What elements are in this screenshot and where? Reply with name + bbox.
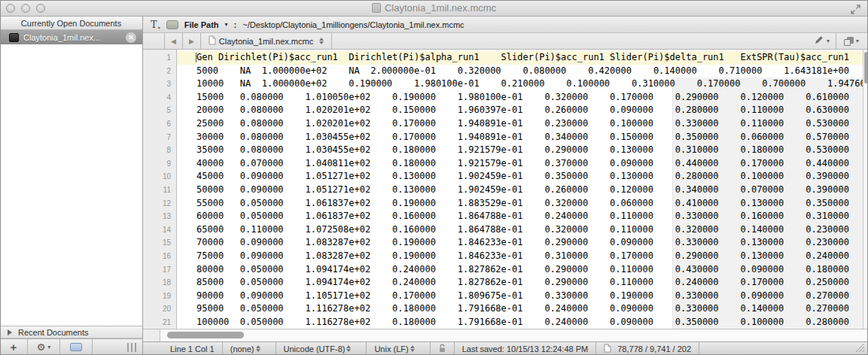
window-title: Claytonia_1mil.nex.mcmc xyxy=(385,2,496,14)
zoom-window-button[interactable] xyxy=(36,4,45,13)
sidebar-empty-area xyxy=(0,44,142,326)
back-button[interactable]: ◀ xyxy=(165,38,182,45)
navbar-divider xyxy=(200,33,201,49)
cursor-position: Line 1 Col 1 xyxy=(170,344,215,353)
code-text[interactable]: Gen Dirichlet(Pi)$acc_run1 Dirichlet(Pi)… xyxy=(177,50,863,329)
status-divider xyxy=(366,342,367,355)
split-documents-icon[interactable] xyxy=(844,37,854,46)
current-document-name[interactable]: Claytonia_1mil.nex.mcmc xyxy=(219,37,313,46)
file-path-separator: : xyxy=(234,20,237,29)
open-documents-header: Currently Open Documents xyxy=(0,17,142,30)
window-resize-grip[interactable] xyxy=(855,343,865,354)
text-tool-icon: T xyxy=(151,19,157,30)
status-divider xyxy=(595,342,596,355)
horizontal-scrollbar-thumb[interactable] xyxy=(167,332,244,338)
close-window-button[interactable] xyxy=(6,4,15,13)
status-bar: Line 1 Col 1 (none) Unicode (UTF-8) Unix… xyxy=(143,341,868,355)
disclosure-triangle-icon[interactable] xyxy=(8,329,12,335)
open-document-item[interactable]: Claytonia_1mil.nex... ✕ xyxy=(0,30,142,44)
fullscreen-expand-icon[interactable] xyxy=(851,4,860,17)
lock-icon[interactable] xyxy=(438,344,446,354)
document-stepper[interactable] xyxy=(319,38,324,44)
vertical-scrollbar-thumb[interactable] xyxy=(864,52,868,83)
title-bar: Claytonia_1mil.nex.mcmc xyxy=(0,0,868,17)
chevron-down-icon: ▾ xyxy=(158,25,160,30)
encoding-menu[interactable]: Unicode (UTF-8) xyxy=(284,344,346,353)
open-documents-header-label: Currently Open Documents xyxy=(21,19,121,28)
navbar-divider xyxy=(331,33,332,49)
status-divider xyxy=(454,342,455,355)
file-proxy-icon[interactable] xyxy=(166,20,178,29)
scrollbar-corner-box xyxy=(143,329,160,341)
documents-sidebar: Currently Open Documents Claytonia_1mil.… xyxy=(0,17,143,355)
sidebar-resize-grip[interactable] xyxy=(127,343,136,352)
toolbar-divider xyxy=(92,339,93,355)
chevron-down-icon[interactable]: ▾ xyxy=(856,38,859,44)
forward-button[interactable]: ▶ xyxy=(183,38,200,45)
recent-documents-label: Recent Documents xyxy=(18,328,89,337)
minimize-window-button[interactable] xyxy=(21,4,30,13)
open-document-label: Claytonia_1mil.nex... xyxy=(23,33,100,42)
language-menu[interactable]: (none) xyxy=(230,344,254,353)
chevron-down-icon[interactable]: ▾ xyxy=(827,38,830,44)
line-number-gutter: 1 2 3 4 5 6 7 8 9 10 11 12 13 14 15 16 1… xyxy=(143,50,177,329)
status-divider xyxy=(276,342,276,355)
document-proxy-icon xyxy=(372,3,381,13)
file-path-label: File Path xyxy=(184,20,219,29)
file-path-chevron-icon[interactable]: ▾ xyxy=(225,21,228,28)
status-divider xyxy=(222,342,223,355)
char-word-line-counts: 78,778 / 9,741 / 202 xyxy=(617,344,691,353)
chevron-down-icon: ▾ xyxy=(47,344,50,350)
gear-menu-button[interactable]: ⚙ ▾ xyxy=(28,339,59,355)
vertical-scrollbar[interactable] xyxy=(863,50,868,329)
document-icon xyxy=(9,33,19,42)
encoding-stepper[interactable] xyxy=(346,345,351,352)
text-options-button[interactable]: T ▾ xyxy=(151,19,160,30)
document-nav-bar: ◀ ▶ Claytonia_1mil.nex.mcmc ▾ ▾ xyxy=(143,33,868,50)
navbar-right-controls: ▾ ▾ xyxy=(814,33,868,49)
file-path-value: ~/Desktop/Claytonia_1milliongens/Clayton… xyxy=(242,20,464,29)
last-saved-text: Last saved: 10/15/13 12:24:48 PM xyxy=(462,344,589,353)
status-divider xyxy=(699,342,699,355)
window-title-group: Claytonia_1mil.nex.mcmc xyxy=(372,2,496,14)
close-document-icon[interactable]: ✕ xyxy=(126,32,136,43)
recent-documents-header[interactable]: Recent Documents xyxy=(0,326,142,338)
language-stepper[interactable] xyxy=(256,345,260,352)
line-ending-menu[interactable]: Unix (LF) xyxy=(374,344,408,353)
pencil-icon[interactable] xyxy=(814,35,824,48)
counts-page-icon xyxy=(604,344,611,354)
status-divider xyxy=(430,342,431,355)
edit-mode-button[interactable] xyxy=(60,339,92,355)
sidebar-toolbar: + ⚙ ▾ xyxy=(0,338,142,355)
text-document-icon xyxy=(70,343,82,351)
text-editor-area[interactable]: Gen Dirichlet(Pi)$acc_run1 Dirichlet(Pi)… xyxy=(177,50,863,329)
navbar-divider xyxy=(836,33,836,49)
gear-icon: ⚙ xyxy=(37,341,46,353)
document-page-icon xyxy=(209,35,216,48)
window-controls[interactable] xyxy=(6,4,45,13)
horizontal-scrollbar[interactable] xyxy=(143,329,868,341)
file-path-bar: T ▾ File Path ▾ : ~/Desktop/Claytonia_1m… xyxy=(143,17,868,33)
add-document-button[interactable]: + xyxy=(0,339,27,355)
line-ending-stepper[interactable] xyxy=(410,345,415,352)
